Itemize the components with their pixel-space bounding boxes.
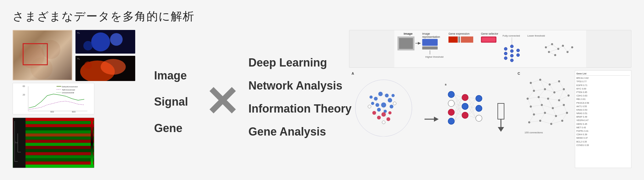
svg-point-98 (371, 102, 374, 105)
svg-rect-41 (25, 161, 94, 165)
svg-rect-27 (25, 118, 94, 121)
data-type-gene: Gene (154, 121, 201, 135)
svg-rect-37 (25, 149, 94, 152)
svg-line-196 (528, 91, 534, 99)
svg-point-71 (510, 54, 514, 57)
svg-point-79 (554, 54, 556, 56)
svg-rect-39 (25, 155, 94, 159)
svg-line-190 (540, 80, 545, 89)
svg-rect-53 (422, 46, 438, 49)
heatmap-image (13, 118, 94, 168)
svg-text:B: B (445, 84, 447, 86)
svg-point-131 (462, 112, 468, 119)
svg-point-128 (448, 118, 454, 124)
svg-line-145 (454, 106, 462, 121)
svg-rect-57 (461, 37, 473, 43)
svg-line-201 (528, 97, 539, 99)
down-arrow-diagram (490, 70, 512, 168)
svg-line-223 (529, 121, 540, 122)
cross-section: ✕ (201, 30, 242, 174)
svg-text:Gene selector: Gene selector (481, 32, 498, 35)
data-type-labels: Image Signal Gene (145, 30, 201, 174)
tissue-image (13, 30, 72, 80)
fluorescence-image-2: TL (75, 56, 135, 81)
svg-text:A: A (352, 72, 354, 75)
svg-text:Image: Image (404, 32, 413, 35)
svg-marker-158 (498, 127, 504, 132)
svg-line-199 (559, 89, 564, 100)
right-diagrams: Image Image representation Gene expressi… (349, 30, 631, 174)
network-ball-diagram: A (349, 70, 418, 168)
svg-rect-34 (25, 140, 94, 143)
svg-line-202 (539, 97, 548, 99)
svg-point-130 (462, 103, 468, 109)
svg-line-194 (545, 89, 554, 92)
svg-text:Image: Image (422, 32, 430, 35)
svg-marker-123 (434, 117, 439, 122)
svg-line-135 (454, 95, 462, 97)
analysis-labels: Deep Learning Network Analysis Informati… (242, 30, 349, 174)
svg-line-154 (468, 108, 476, 115)
svg-line-200 (564, 89, 569, 96)
svg-line-207 (548, 99, 553, 108)
svg-point-4 (91, 32, 110, 51)
svg-text:60: 60 (23, 85, 25, 87)
svg-point-73 (517, 49, 520, 52)
analysis-deep-learning: Deep Learning (248, 56, 349, 69)
main-content: TL TL 60 20 600 800 (13, 30, 631, 174)
analysis-gene: Gene Analysis (248, 125, 349, 138)
svg-point-99 (377, 108, 381, 112)
svg-rect-43 (91, 121, 93, 165)
svg-line-195 (554, 89, 564, 92)
svg-point-127 (448, 109, 454, 115)
svg-point-5 (110, 33, 123, 46)
svg-line-147 (468, 97, 476, 98)
svg-point-67 (504, 52, 507, 55)
svg-point-1 (42, 40, 60, 59)
svg-line-193 (534, 89, 545, 91)
svg-line-191 (550, 84, 554, 92)
svg-rect-28 (25, 121, 94, 124)
svg-point-2 (31, 57, 53, 79)
svg-rect-35 (25, 143, 94, 146)
svg-line-215 (564, 105, 567, 113)
svg-line-205 (528, 99, 531, 107)
svg-line-217 (545, 113, 556, 116)
svg-rect-13 (14, 83, 94, 114)
svg-rect-56 (458, 37, 460, 43)
svg-line-212 (531, 107, 534, 114)
svg-line-211 (553, 105, 564, 108)
svg-rect-60 (482, 38, 495, 42)
svg-line-188 (550, 81, 559, 84)
slide: さまざまなデータを多角的に解析 TL (0, 0, 644, 180)
svg-point-110 (368, 105, 371, 108)
svg-line-118 (384, 114, 388, 119)
analysis-info-theory: Information Theory (248, 102, 349, 115)
svg-line-213 (542, 105, 545, 113)
svg-point-66 (504, 47, 507, 50)
svg-point-109 (393, 102, 396, 105)
svg-point-78 (548, 51, 550, 53)
svg-line-208 (559, 100, 564, 105)
svg-text:Higher threshold: Higher threshold (425, 55, 444, 58)
svg-text:DefaultUnrestricted: DefaultUnrestricted (62, 86, 77, 88)
arrow-diagram (421, 70, 440, 168)
svg-rect-40 (25, 158, 94, 161)
svg-rect-30 (25, 127, 94, 131)
svg-line-149 (468, 97, 476, 118)
svg-line-138 (454, 97, 462, 103)
svg-line-203 (548, 99, 559, 100)
svg-point-69 (510, 45, 514, 48)
svg-rect-32 (25, 133, 94, 136)
svg-line-187 (540, 80, 550, 84)
svg-line-141 (454, 97, 462, 112)
svg-text:Lower threshold: Lower threshold (527, 34, 545, 37)
svg-line-214 (553, 108, 556, 116)
svg-line-204 (559, 96, 569, 100)
svg-line-112 (376, 94, 380, 99)
svg-line-144 (454, 97, 462, 121)
svg-point-70 (510, 49, 514, 53)
svg-rect-33 (25, 136, 94, 140)
svg-point-74 (517, 54, 520, 57)
svg-text:representation: representation (422, 35, 440, 38)
